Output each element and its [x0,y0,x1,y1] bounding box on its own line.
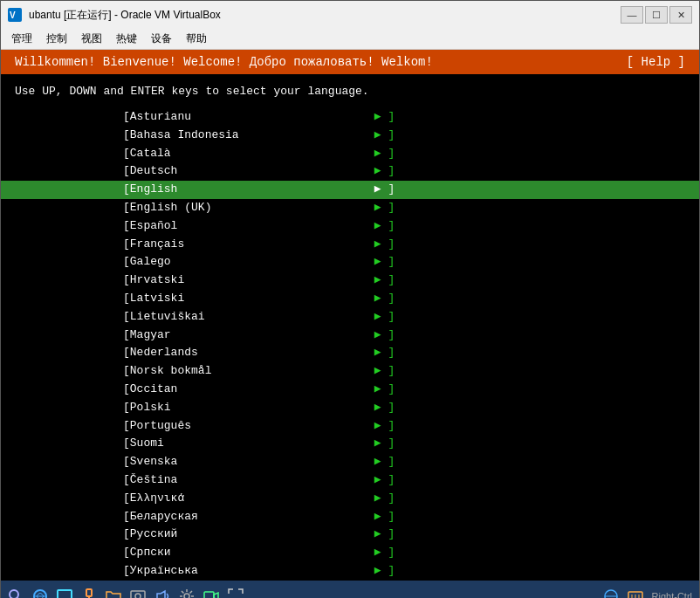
bracket-left: [ [123,217,130,236]
svg-rect-17 [204,592,214,598]
language-name: Беларуская [130,508,374,526]
bracket-left: [ [123,181,130,199]
search-taskbar-icon[interactable] [4,585,27,598]
language-item[interactable]: [ Norsk bokmål ▶ ] [1,362,699,381]
titlebar: V ubantu [正在运行] - Oracle VM VirtualBox —… [1,1,699,29]
welcome-text: Willkommen! Bienvenue! Welcome! Добро по… [15,55,433,69]
menubar-item-管理[interactable]: 管理 [4,30,39,48]
video-taskbar-icon[interactable] [200,585,223,598]
bracket-left: [ [123,326,130,345]
language-arrow: ▶ ] [374,108,412,127]
language-item[interactable]: [ Lietuviškai ▶ ] [1,308,699,326]
language-name: Galego [130,253,374,272]
display-taskbar-icon[interactable] [53,585,76,598]
language-item[interactable]: [ Português ▶ ] [1,417,699,436]
audio-taskbar-icon[interactable] [151,585,174,598]
bracket-left: [ [123,399,130,417]
language-arrow: ▶ ] [374,562,412,581]
language-arrow: ▶ ] [374,290,412,308]
language-arrow: ▶ ] [374,236,412,254]
app-icon: V [8,8,22,22]
language-name: Bahasa Indonesia [130,127,374,145]
svg-point-4 [34,590,46,598]
language-item[interactable]: [ Galego ▶ ] [1,253,699,272]
menubar-item-帮助[interactable]: 帮助 [179,30,214,48]
language-name: Русский [130,526,374,544]
input-icon[interactable] [624,585,647,598]
language-item[interactable]: [ Українська ▶ ] [1,562,699,581]
vm-header-bar: Willkommen! Bienvenue! Welcome! Добро по… [1,50,699,74]
language-name: Lietuviškai [130,308,374,326]
bracket-left: [ [123,417,130,436]
bracket-left: [ [123,108,130,127]
language-item[interactable]: [ Español ▶ ] [1,217,699,236]
language-item[interactable]: [ Asturianu ▶ ] [1,108,699,127]
svg-rect-13 [131,591,145,598]
language-item[interactable]: [ Српски ▶ ] [1,544,699,562]
language-item[interactable]: [ Беларуская ▶ ] [1,508,699,526]
bracket-left: [ [123,253,130,272]
instruction-text: Use UP, DOWN and ENTER keys to select yo… [1,74,699,105]
language-name: Català [130,145,374,163]
language-item[interactable]: [ Svenska ▶ ] [1,453,699,471]
language-item[interactable]: [ Suomi ▶ ] [1,435,699,453]
window-title: ubantu [正在运行] - Oracle VM VirtualBox [29,8,614,23]
language-arrow: ▶ ] [374,308,412,326]
language-item[interactable]: [ Bahasa Indonesia ▶ ] [1,127,699,145]
menubar-item-视图[interactable]: 视图 [74,30,109,48]
bracket-left: [ [123,344,130,362]
screenshot-taskbar-icon[interactable] [127,585,149,598]
bracket-left: [ [123,236,130,254]
right-ctrl-label: Right-Ctrl [649,591,696,598]
language-item[interactable]: [ Occitan ▶ ] [1,381,699,399]
svg-text:V: V [10,10,16,20]
language-item[interactable]: [ Nederlands ▶ ] [1,344,699,362]
language-item[interactable]: [ Polski ▶ ] [1,399,699,417]
network-taskbar-icon[interactable] [29,585,51,598]
language-item[interactable]: [ Hrvatski ▶ ] [1,272,699,290]
language-arrow: ▶ ] [374,181,412,199]
language-item[interactable]: [ Magyar ▶ ] [1,326,699,345]
taskbar-right: Right-Ctrl [600,585,696,598]
language-item[interactable]: [ English ▶ ] [1,181,699,199]
menubar-item-控制[interactable]: 控制 [39,30,74,48]
menubar-item-设备[interactable]: 设备 [144,30,179,48]
language-arrow: ▶ ] [374,490,412,508]
language-name: Nederlands [130,344,374,362]
language-item[interactable]: [ Čeština ▶ ] [1,471,699,490]
bracket-left: [ [123,544,130,562]
settings-taskbar-icon[interactable] [175,585,198,598]
network-status-icon[interactable] [600,585,622,598]
svg-point-14 [135,594,141,598]
language-item[interactable]: [ English (UK) ▶ ] [1,199,699,217]
bracket-left: [ [123,145,130,163]
folder-taskbar-icon[interactable] [102,585,125,598]
language-item[interactable]: [ Deutsch ▶ ] [1,162,699,181]
fullscreen-taskbar-icon[interactable] [224,585,247,598]
bracket-left: [ [123,562,130,581]
svg-marker-15 [157,591,165,598]
language-name: English [130,181,374,199]
language-name: Asturianu [130,108,374,127]
language-item[interactable]: [ Русский ▶ ] [1,526,699,544]
menubar-item-热键[interactable]: 热键 [109,30,144,48]
language-arrow: ▶ ] [374,344,412,362]
language-arrow: ▶ ] [374,253,412,272]
close-button[interactable]: ✕ [669,6,692,24]
bracket-left: [ [123,199,130,217]
vm-screen: Willkommen! Bienvenue! Welcome! Добро по… [1,50,699,581]
language-arrow: ▶ ] [374,471,412,490]
bracket-left: [ [123,381,130,399]
language-name: English (UK) [130,199,374,217]
language-item[interactable]: [ Català ▶ ] [1,145,699,163]
bracket-left: [ [123,272,130,290]
language-item[interactable]: [ Latviski ▶ ] [1,290,699,308]
language-name: Latviski [130,290,374,308]
language-item[interactable]: [ Français ▶ ] [1,236,699,254]
usb-taskbar-icon[interactable] [78,585,100,598]
minimize-button[interactable]: — [621,6,643,24]
restore-button[interactable]: ☐ [645,6,668,24]
window-controls: — ☐ ✕ [621,6,692,24]
language-item[interactable]: [ Ελληνικά ▶ ] [1,490,699,508]
bracket-left: [ [123,453,130,471]
